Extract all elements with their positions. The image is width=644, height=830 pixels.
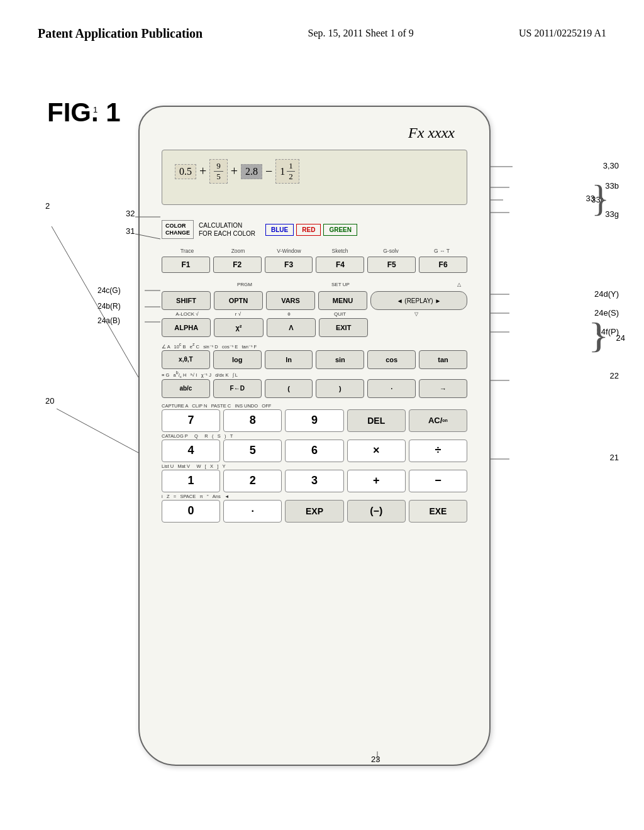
color-calc-text: CALCULATIONFOR EACH COLOR bbox=[199, 221, 255, 238]
fkey-label-gt: G ↔ T bbox=[416, 248, 467, 254]
key-6[interactable]: 6 bbox=[285, 440, 343, 462]
key-9[interactable]: 9 bbox=[285, 409, 343, 432]
vars-key[interactable]: VARS bbox=[266, 291, 315, 310]
annot-23: 23 bbox=[371, 755, 380, 764]
display-screen: 0.5 + 9 5 + 2.8 − 1 1 2 bbox=[162, 150, 467, 205]
color-change-row: COLORCHANGE CALCULATIONFOR EACH COLOR BL… bbox=[162, 216, 467, 243]
spacer bbox=[371, 318, 467, 337]
row7-above-labels: List U Mat V W [ X ] Y bbox=[162, 463, 467, 469]
annot-31: 31 bbox=[126, 226, 135, 236]
display-box-1: 0.5 bbox=[175, 164, 196, 179]
row6-above-labels: CATALOG P Q R ( S ) T bbox=[162, 433, 467, 439]
header: Patent Application Publication Sep. 15, … bbox=[38, 25, 606, 42]
arrow-key[interactable]: → bbox=[419, 379, 467, 398]
dot-key[interactable]: · bbox=[367, 379, 416, 398]
annot-22: 22 bbox=[610, 371, 619, 380]
exp-key[interactable]: EXP bbox=[285, 500, 343, 523]
rparen-key[interactable]: ) bbox=[316, 379, 364, 398]
header-title: Patent Application Publication bbox=[38, 25, 203, 42]
annot-21: 21 bbox=[610, 453, 619, 462]
annot-24b: 24b(R) bbox=[97, 302, 121, 311]
row3-keys: x,θ,T log ln sin cos tan bbox=[162, 350, 467, 369]
annot-2: 2 bbox=[45, 201, 50, 211]
annot-24e: 24e(S) bbox=[594, 308, 619, 318]
key-7[interactable]: 7 bbox=[162, 409, 220, 432]
fkey-label-vwindow: V-Window bbox=[264, 248, 314, 254]
lparen-key[interactable]: ( bbox=[265, 379, 313, 398]
row1-keys: SHIFT OPTN VARS MENU ◄ (REPLAY) ► bbox=[162, 291, 467, 310]
exe-key[interactable]: EXE bbox=[409, 500, 467, 523]
color-change-button[interactable]: COLORCHANGE bbox=[162, 220, 194, 239]
f1-key[interactable]: F1 bbox=[162, 257, 210, 273]
key-5[interactable]: 5 bbox=[223, 440, 282, 462]
key-3[interactable]: 3 bbox=[285, 470, 343, 492]
decimal-key[interactable]: · bbox=[223, 500, 282, 523]
menu-key[interactable]: MENU bbox=[318, 291, 367, 310]
annot-330: 3,30 bbox=[603, 161, 619, 170]
ftod-key[interactable]: F←D bbox=[213, 379, 262, 398]
row1-above-labels: PRGM SET UP △ bbox=[162, 282, 467, 290]
row5-keys: 7 8 9 DEL AC/on bbox=[162, 409, 467, 432]
neg-key[interactable]: (−) bbox=[347, 500, 406, 523]
key-8[interactable]: 8 bbox=[223, 409, 282, 432]
page: Patent Application Publication Sep. 15, … bbox=[0, 0, 644, 830]
row6-keys: 4 5 6 × ÷ bbox=[162, 440, 467, 462]
row4-above-labels: ≡ G ab/c H ³√ I χ⁻¹ J d/dx K ∫ L bbox=[162, 370, 467, 379]
key-2[interactable]: 2 bbox=[223, 470, 282, 492]
annot-24: 24 bbox=[616, 333, 625, 343]
annot-24d: 24d(Y) bbox=[594, 289, 619, 299]
key-0[interactable]: 0 bbox=[162, 500, 220, 523]
log-key[interactable]: log bbox=[213, 350, 262, 369]
display-content: 0.5 + 9 5 + 2.8 − 1 1 2 bbox=[162, 150, 467, 192]
row2-keys: ALPHA χ² Λ EXIT bbox=[162, 318, 467, 337]
exit-key[interactable]: EXIT bbox=[319, 318, 368, 337]
del-key[interactable]: DEL bbox=[347, 409, 406, 432]
tan-key[interactable]: tan bbox=[419, 350, 467, 369]
annot-24c: 24c(G) bbox=[97, 286, 121, 295]
row8-keys: 0 · EXP (−) EXE bbox=[162, 500, 467, 523]
minus-key[interactable]: − bbox=[409, 470, 467, 492]
fkey-label-sketch: Sketch bbox=[314, 248, 365, 254]
aboverC-key[interactable]: ab/c bbox=[162, 379, 210, 398]
cos-key[interactable]: cos bbox=[367, 350, 416, 369]
header-date: Sep. 15, 2011 Sheet 1 of 9 bbox=[308, 25, 413, 39]
annot-32: 32 bbox=[126, 209, 135, 218]
f3-key[interactable]: F3 bbox=[265, 257, 313, 273]
replay-key[interactable]: ◄ (REPLAY) ► bbox=[370, 291, 467, 310]
f4-key[interactable]: F4 bbox=[316, 257, 364, 273]
row1-below-labels: A-LOCK √ r √ θ QUIT ▽ bbox=[162, 311, 467, 317]
brand-label: Fx xxxx bbox=[408, 124, 455, 141]
multiply-key[interactable]: × bbox=[347, 440, 406, 462]
chi2-key[interactable]: χ² bbox=[214, 318, 263, 337]
annot-24a: 24a(B) bbox=[97, 316, 120, 325]
figure-label: FIG. 1 bbox=[47, 97, 121, 128]
alpha-key[interactable]: ALPHA bbox=[162, 318, 211, 337]
sin-key[interactable]: sin bbox=[316, 350, 364, 369]
optn-key[interactable]: OPTN bbox=[214, 291, 263, 310]
xtheta-key[interactable]: x,θ,T bbox=[162, 350, 210, 369]
divide-key[interactable]: ÷ bbox=[409, 440, 467, 462]
ac-key[interactable]: AC/on bbox=[409, 409, 467, 432]
blue-button[interactable]: BLUE bbox=[265, 224, 294, 236]
red-button[interactable]: RED bbox=[296, 224, 321, 236]
row3-above-labels: ∠ A 10c B ez C sin⁻¹ D cos⁻¹ E tan⁻¹ F bbox=[162, 342, 467, 350]
f6-key[interactable]: F6 bbox=[419, 257, 467, 273]
figure-number: 1 bbox=[93, 105, 97, 114]
shift-key[interactable]: SHIFT bbox=[162, 291, 211, 310]
green-button[interactable]: GREEN bbox=[323, 224, 357, 236]
f5-key[interactable]: F5 bbox=[367, 257, 416, 273]
fkey-label-gsolv: G-solv bbox=[365, 248, 416, 254]
plus-key[interactable]: + bbox=[347, 470, 406, 492]
ln-key[interactable]: ln bbox=[265, 350, 313, 369]
bracket-33: } bbox=[591, 179, 609, 217]
display-box-3: 2.8 bbox=[241, 164, 262, 179]
color-buttons: BLUE RED GREEN bbox=[265, 224, 357, 236]
fkey-label-zoom: Zoom bbox=[213, 248, 264, 254]
fkey-label-trace: Trace bbox=[162, 248, 213, 254]
key-1[interactable]: 1 bbox=[162, 470, 220, 492]
key-4[interactable]: 4 bbox=[162, 440, 220, 462]
fkey-row: F1 F2 F3 F4 F5 F6 bbox=[162, 257, 467, 273]
f2-key[interactable]: F2 bbox=[213, 257, 262, 273]
display-box-4: 1 1 2 bbox=[275, 159, 299, 184]
lambda-key[interactable]: Λ bbox=[267, 318, 316, 337]
